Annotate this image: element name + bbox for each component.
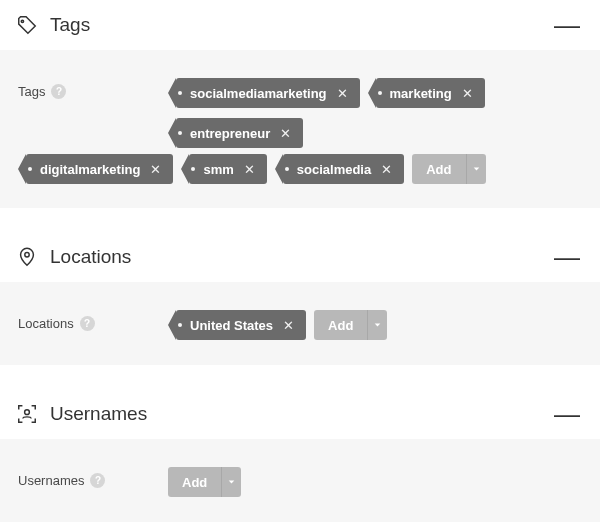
tag-chip-label: marketing xyxy=(390,86,456,101)
locations-header: Locations — xyxy=(0,232,600,282)
usernames-field-label-group: Usernames ? xyxy=(18,467,168,488)
tags-header: Tags — xyxy=(0,0,600,50)
locations-field-label-group: Locations ? xyxy=(18,310,168,331)
usernames-title: Usernames xyxy=(50,403,552,425)
remove-tag-button[interactable]: ✕ xyxy=(456,86,479,101)
location-chip: United States✕ xyxy=(176,310,306,340)
tag-chip: marketing✕ xyxy=(376,78,485,108)
tag-chip-label: socialmedia xyxy=(297,162,375,177)
tag-chip: socialmedia✕ xyxy=(283,154,404,184)
usernames-add-dropdown[interactable] xyxy=(221,467,241,497)
tags-chips-row1: socialmediamarketing✕ marketing✕ entrepr… xyxy=(168,78,582,148)
remove-location-button[interactable]: ✕ xyxy=(277,318,300,333)
usernames-body: Usernames ? Add xyxy=(0,439,600,522)
usernames-field-label: Usernames xyxy=(18,473,84,488)
locations-body: Locations ? United States✕ Add xyxy=(0,282,600,365)
tags-add-button[interactable]: Add xyxy=(412,154,465,184)
locations-title: Locations xyxy=(50,246,552,268)
help-icon[interactable]: ? xyxy=(90,473,105,488)
tags-body: Tags ? socialmediamarketing✕ marketing✕ … xyxy=(0,50,600,208)
tag-chip: digitalmarketing✕ xyxy=(26,154,173,184)
tag-chip-label: entrepreneur xyxy=(190,126,274,141)
usernames-section: Usernames — Usernames ? Add xyxy=(0,389,600,522)
usernames-chips: Add xyxy=(168,467,582,497)
remove-tag-button[interactable]: ✕ xyxy=(375,162,398,177)
locations-add-dropdown[interactable] xyxy=(367,310,387,340)
locations-add-group: Add xyxy=(314,310,387,340)
usernames-header: Usernames — xyxy=(0,389,600,439)
tag-chip-label: digitalmarketing xyxy=(40,162,144,177)
tags-collapse-button[interactable]: — xyxy=(552,16,582,34)
locations-collapse-button[interactable]: — xyxy=(552,248,582,266)
tag-chip-label: socialmediamarketing xyxy=(190,86,331,101)
remove-tag-button[interactable]: ✕ xyxy=(274,126,297,141)
remove-tag-button[interactable]: ✕ xyxy=(144,162,167,177)
tags-title: Tags xyxy=(50,14,552,36)
tags-add-group: Add xyxy=(412,154,485,184)
svg-point-1 xyxy=(25,253,29,257)
tags-add-dropdown[interactable] xyxy=(466,154,486,184)
locations-chips: United States✕ Add xyxy=(168,310,582,340)
tag-chip: entrepreneur✕ xyxy=(176,118,303,148)
tag-chip: smm✕ xyxy=(189,154,266,184)
usernames-collapse-button[interactable]: — xyxy=(552,405,582,423)
user-scan-icon xyxy=(16,403,44,425)
location-icon xyxy=(16,246,44,268)
svg-point-2 xyxy=(25,410,30,415)
remove-tag-button[interactable]: ✕ xyxy=(238,162,261,177)
tag-chip-label: smm xyxy=(203,162,237,177)
help-icon[interactable]: ? xyxy=(80,316,95,331)
usernames-add-group: Add xyxy=(168,467,241,497)
svg-point-0 xyxy=(21,20,23,22)
tags-field-label-group: Tags ? xyxy=(18,78,168,99)
tags-field-label: Tags xyxy=(18,84,45,99)
tags-section: Tags — Tags ? socialmediamarketing✕ mark… xyxy=(0,0,600,208)
locations-field-label: Locations xyxy=(18,316,74,331)
usernames-add-button[interactable]: Add xyxy=(168,467,221,497)
location-chip-label: United States xyxy=(190,318,277,333)
locations-section: Locations — Locations ? United States✕ A… xyxy=(0,232,600,365)
tags-chips-row2: digitalmarketing✕ smm✕ socialmedia✕ Add xyxy=(18,154,582,184)
help-icon[interactable]: ? xyxy=(51,84,66,99)
remove-tag-button[interactable]: ✕ xyxy=(331,86,354,101)
tag-chip: socialmediamarketing✕ xyxy=(176,78,360,108)
locations-add-button[interactable]: Add xyxy=(314,310,367,340)
tag-icon xyxy=(16,14,44,36)
